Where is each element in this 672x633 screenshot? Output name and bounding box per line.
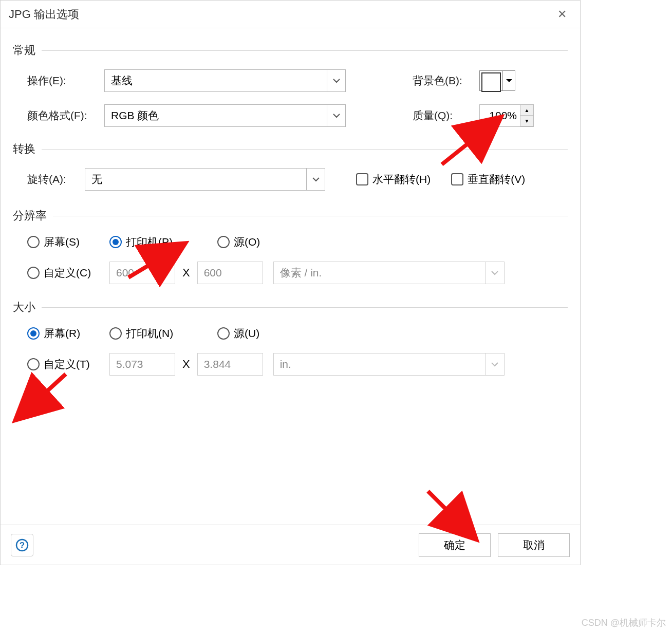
chevron-down-icon	[327, 105, 345, 126]
chevron-down-icon	[486, 262, 504, 284]
radio-icon	[217, 236, 230, 248]
res-custom-radio[interactable]: 自定义(C)	[27, 266, 109, 280]
dropdown-icon	[502, 71, 515, 90]
res-screen-radio[interactable]: 屏幕(S)	[27, 235, 109, 249]
flip-h-check[interactable]: 水平翻转(H)	[356, 172, 431, 187]
bg-label: 背景色(B):	[413, 73, 479, 88]
dialog-footer: ? 确定 取消	[1, 525, 580, 565]
rotate-value: 无	[91, 172, 102, 187]
size-screen-radio[interactable]: 屏幕(R)	[27, 326, 109, 341]
res-height-input[interactable]	[197, 262, 263, 284]
x-separator: X	[182, 358, 190, 371]
watermark-text: CSDN @机械师卡尔	[582, 617, 666, 629]
window-title: JPG 输出选项	[9, 7, 79, 22]
group-general-label: 常规	[13, 43, 35, 58]
divider	[42, 50, 568, 51]
res-width-input[interactable]	[109, 262, 175, 284]
res-source-radio[interactable]: 源(O)	[217, 235, 260, 249]
res-unit-select[interactable]: 像素 / in.	[273, 262, 505, 284]
size-unit-select[interactable]: in.	[273, 353, 505, 376]
color-format-value: RGB 颜色	[111, 108, 159, 123]
group-transform-label: 转换	[13, 141, 35, 157]
quality-spinner[interactable]: ▲ ▼	[479, 104, 534, 127]
spin-down-icon[interactable]: ▼	[520, 116, 533, 126]
radio-icon	[27, 358, 40, 370]
divider	[42, 149, 568, 150]
size-source-label: 源(U)	[234, 326, 259, 341]
titlebar: JPG 输出选项 ✕	[1, 1, 580, 28]
dialog-content: 常规 操作(E): 基线 背景色(B): 颜色格式(F): RGB 颜	[1, 28, 580, 376]
radio-icon	[109, 236, 122, 248]
group-resolution-label: 分辨率	[13, 208, 47, 224]
spinner-buttons: ▲ ▼	[520, 105, 533, 126]
help-button[interactable]: ?	[11, 534, 33, 556]
color-swatch-white	[481, 72, 501, 92]
ok-label: 确定	[444, 538, 465, 552]
ok-button[interactable]: 确定	[419, 533, 491, 557]
res-printer-radio[interactable]: 打印机(P)	[109, 235, 217, 249]
size-height-input[interactable]	[197, 353, 263, 376]
res-source-label: 源(O)	[234, 235, 260, 249]
flip-v-label: 垂直翻转(V)	[468, 172, 525, 187]
checkbox-icon	[356, 173, 368, 185]
rotate-label: 旋转(A):	[27, 172, 85, 187]
res-screen-label: 屏幕(S)	[44, 235, 80, 249]
chevron-down-icon	[306, 169, 325, 190]
color-format-select[interactable]: RGB 颜色	[104, 104, 346, 127]
group-size-label: 大小	[13, 300, 35, 315]
operation-label: 操作(E):	[27, 73, 104, 88]
radio-icon	[217, 327, 230, 340]
row-colorformat: 颜色格式(F): RGB 颜色 质量(Q): ▲ ▼	[13, 104, 568, 127]
size-printer-radio[interactable]: 打印机(N)	[109, 326, 217, 341]
size-width-input[interactable]	[109, 353, 175, 376]
group-general: 常规	[13, 43, 568, 58]
color-format-label: 颜色格式(F):	[27, 108, 104, 123]
row-rotate: 旋转(A): 无 水平翻转(H) 垂直翻转(V)	[13, 168, 568, 191]
flip-h-label: 水平翻转(H)	[372, 172, 431, 187]
size-screen-label: 屏幕(R)	[44, 326, 80, 341]
radio-icon	[27, 267, 40, 279]
flip-v-check[interactable]: 垂直翻转(V)	[451, 172, 525, 187]
group-size: 大小	[13, 300, 568, 315]
radio-icon	[109, 327, 122, 340]
row-resolution-custom: 自定义(C) X 像素 / in.	[13, 262, 568, 284]
res-unit-value: 像素 / in.	[280, 266, 322, 280]
bg-color-picker[interactable]	[479, 70, 515, 91]
close-icon[interactable]: ✕	[552, 6, 572, 23]
radio-icon	[27, 327, 40, 340]
divider	[42, 307, 568, 308]
spin-up-icon[interactable]: ▲	[520, 105, 533, 116]
size-source-radio[interactable]: 源(U)	[217, 326, 259, 341]
res-custom-label: 自定义(C)	[44, 266, 91, 280]
res-printer-label: 打印机(P)	[126, 235, 173, 249]
jpg-output-dialog: JPG 输出选项 ✕ 常规 操作(E): 基线 背景色(B):	[0, 0, 581, 565]
chevron-down-icon	[486, 353, 504, 375]
row-size-radios: 屏幕(R) 打印机(N) 源(U)	[13, 326, 568, 341]
size-custom-label: 自定义(T)	[44, 357, 90, 371]
cancel-button[interactable]: 取消	[498, 533, 570, 557]
checkbox-icon	[451, 173, 463, 185]
help-icon: ?	[15, 538, 29, 552]
size-custom-radio[interactable]: 自定义(T)	[27, 357, 109, 371]
cancel-label: 取消	[523, 538, 545, 552]
divider	[53, 216, 568, 216]
quality-label: 质量(Q):	[413, 108, 479, 123]
size-printer-label: 打印机(N)	[126, 326, 173, 341]
operation-select[interactable]: 基线	[104, 69, 346, 92]
chevron-down-icon	[327, 70, 345, 91]
radio-icon	[27, 236, 40, 248]
size-unit-value: in.	[280, 358, 291, 370]
quality-input[interactable]	[480, 105, 520, 126]
operation-value: 基线	[111, 73, 133, 88]
row-size-custom: 自定义(T) X in.	[13, 353, 568, 376]
x-separator: X	[182, 266, 190, 280]
group-resolution: 分辨率	[13, 208, 568, 224]
rotate-select[interactable]: 无	[85, 168, 325, 191]
row-resolution-radios: 屏幕(S) 打印机(P) 源(O)	[13, 235, 568, 249]
row-operation: 操作(E): 基线 背景色(B):	[13, 69, 568, 92]
group-transform: 转换	[13, 141, 568, 157]
svg-text:?: ?	[20, 541, 25, 550]
